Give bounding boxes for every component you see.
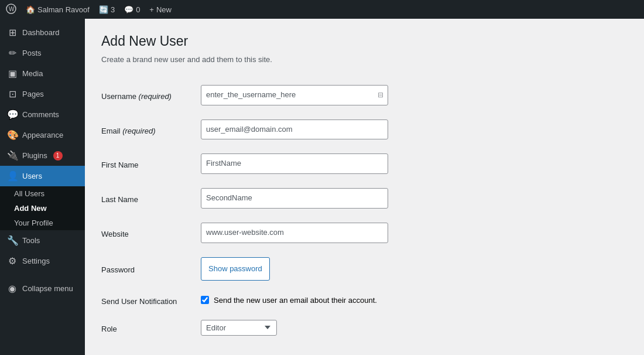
sidebar-item-label: Comments — [22, 110, 59, 119]
media-icon: ▣ — [7, 68, 18, 79]
website-row: Website — [101, 216, 628, 250]
site-name-link[interactable]: 🏠 Salman Ravoof — [26, 5, 90, 14]
comments-nav-icon: 💬 — [7, 109, 18, 120]
website-label: Website — [101, 216, 201, 250]
site-name: Salman Ravoof — [37, 5, 90, 14]
updates-icon: 🔄 — [99, 5, 108, 14]
username-label: Username (required) — [101, 78, 201, 112]
new-link[interactable]: + New — [149, 5, 172, 14]
tools-icon: 🔧 — [7, 235, 18, 246]
submenu-your-profile[interactable]: Your Profile — [0, 216, 85, 230]
svg-text:W: W — [9, 6, 15, 12]
sidebar-item-posts[interactable]: ✏ Posts — [0, 43, 85, 63]
collapse-menu-button[interactable]: ◉ Collapse menu — [0, 278, 85, 299]
comments-link[interactable]: 💬 0 — [124, 5, 140, 14]
sidebar-item-media[interactable]: ▣ Media — [0, 63, 85, 84]
last-name-label: Last Name — [101, 181, 201, 216]
sidebar-item-label: Media — [22, 69, 43, 78]
updates-link[interactable]: 🔄 3 — [99, 5, 115, 14]
collapse-icon: ◉ — [7, 283, 18, 294]
sidebar-item-pages[interactable]: ⊡ Pages — [0, 84, 85, 104]
last-name-input[interactable] — [201, 188, 388, 209]
email-row: Email (required) — [101, 112, 628, 147]
main-content: Add New User Create a brand new user and… — [85, 19, 644, 355]
wp-logo-link[interactable]: W — [6, 4, 16, 16]
submenu-add-new[interactable]: Add New — [0, 201, 85, 216]
users-submenu: All Users Add New Your Profile — [0, 186, 85, 230]
sidebar-item-plugins[interactable]: 🔌 Plugins 1 — [0, 145, 85, 166]
submenu-all-users[interactable]: All Users — [0, 186, 85, 201]
show-password-button[interactable]: Show password — [201, 257, 270, 281]
username-field-icon: ⊟ — [378, 91, 383, 99]
sidebar-item-dashboard[interactable]: ⊞ Dashboard — [0, 22, 85, 43]
last-name-row: Last Name — [101, 181, 628, 216]
house-icon: 🏠 — [26, 5, 35, 14]
password-row: Password Show password — [101, 250, 628, 288]
first-name-row: First Name — [101, 146, 628, 181]
send-notification-label: Send User Notification — [101, 288, 201, 313]
username-row: Username (required) ⊟ — [101, 78, 628, 112]
new-label: New — [156, 5, 172, 14]
send-notification-row: Send User Notification Send the new user… — [101, 288, 628, 313]
username-input[interactable] — [201, 85, 388, 105]
sidebar-item-label: Plugins — [22, 151, 47, 160]
posts-icon: ✏ — [7, 47, 18, 59]
updates-count: 3 — [111, 5, 115, 14]
plugins-badge: 1 — [53, 151, 63, 161]
wp-logo-icon: W — [6, 4, 16, 16]
sidebar-item-comments[interactable]: 💬 Comments — [0, 104, 85, 125]
dashboard-icon: ⊞ — [7, 27, 18, 38]
role-label: Role — [101, 313, 201, 343]
sidebar: ⊞ Dashboard ✏ Posts ▣ Media ⊡ Pages 💬 Co… — [0, 19, 85, 355]
users-icon: 👤 — [7, 170, 18, 182]
add-user-form: Username (required) ⊟ Email (require — [101, 78, 628, 343]
comments-icon: 💬 — [124, 5, 133, 14]
email-label: Email (required) — [101, 112, 201, 147]
send-notification-text: Send the new user an email about their a… — [214, 296, 377, 305]
send-notification-checkbox[interactable] — [201, 296, 209, 304]
sidebar-item-label: Settings — [22, 257, 50, 265]
admin-bar: W 🏠 Salman Ravoof 🔄 3 💬 0 + New — [0, 0, 644, 19]
sidebar-item-label: Appearance — [22, 131, 63, 139]
sidebar-item-label: Users — [22, 172, 42, 180]
role-select[interactable]: Subscriber Contributor Author Editor Adm… — [201, 320, 277, 336]
page-title: Add New User — [101, 33, 628, 50]
sidebar-item-label: Dashboard — [22, 28, 60, 37]
plus-icon: + — [149, 5, 154, 14]
layout: ⊞ Dashboard ✏ Posts ▣ Media ⊡ Pages 💬 Co… — [0, 19, 644, 355]
plugins-icon: 🔌 — [7, 150, 18, 161]
first-name-input[interactable] — [201, 153, 388, 174]
sidebar-item-settings[interactable]: ⚙ Settings — [0, 251, 85, 271]
sidebar-item-users[interactable]: 👤 Users — [0, 166, 85, 186]
username-input-wrapper: ⊟ — [201, 85, 388, 105]
sidebar-item-label: Tools — [22, 236, 40, 245]
sidebar-item-label: Pages — [22, 90, 44, 98]
sidebar-item-label: Posts — [22, 49, 42, 57]
appearance-icon: 🎨 — [7, 129, 18, 141]
sidebar-item-appearance[interactable]: 🎨 Appearance — [0, 125, 85, 145]
send-notification-wrapper: Send the new user an email about their a… — [201, 296, 628, 305]
role-row: Role Subscriber Contributor Author Edito… — [101, 313, 628, 343]
website-input[interactable] — [201, 223, 388, 243]
page-subtitle: Create a brand new user and add them to … — [101, 55, 628, 64]
settings-icon: ⚙ — [7, 255, 18, 267]
sidebar-item-tools[interactable]: 🔧 Tools — [0, 230, 85, 251]
password-label: Password — [101, 250, 201, 288]
email-input[interactable] — [201, 120, 388, 140]
pages-icon: ⊡ — [7, 88, 18, 100]
comments-count: 0 — [136, 5, 140, 14]
collapse-label: Collapse menu — [22, 284, 73, 293]
first-name-label: First Name — [101, 146, 201, 181]
